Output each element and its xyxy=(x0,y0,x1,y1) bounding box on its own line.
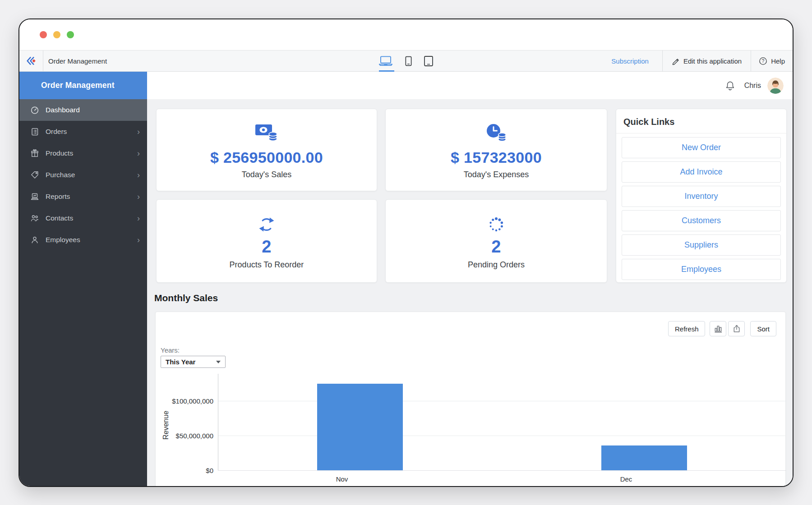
products-to-reorder-value: 2 xyxy=(262,237,271,257)
toolbar-right-actions: Subscription Edit this application ? Hel… xyxy=(598,50,793,71)
x-category-label: Dec xyxy=(608,475,644,483)
pencil-icon xyxy=(672,57,680,65)
chevron-right-icon: › xyxy=(137,128,140,136)
chevron-right-icon: › xyxy=(137,236,140,244)
dashboard-icon xyxy=(30,106,39,115)
todays-sales-label: Today's Sales xyxy=(242,170,292,179)
expense-clock-icon xyxy=(484,121,508,144)
page: { "toolbar": { "app_title": "Order Manag… xyxy=(0,0,812,505)
close-window-button[interactable] xyxy=(40,31,47,38)
sidebar-item-purchase[interactable]: Purchase › xyxy=(19,164,147,186)
sidebar-item-employees[interactable]: Employees › xyxy=(19,229,147,251)
quick-link-new-order[interactable]: New Order xyxy=(622,137,781,158)
sidebar-item-label: Reports xyxy=(46,193,70,201)
todays-expenses-label: Today's Expenses xyxy=(464,170,529,179)
quick-links-panel: Quick Links New Order Add Invoice Invent… xyxy=(616,109,787,283)
sidebar-item-label: Purchase xyxy=(46,171,75,179)
y-tick-label: $100,000,000 xyxy=(159,397,213,405)
avatar-illustration xyxy=(767,78,784,94)
y-axis-line xyxy=(218,374,218,470)
sidebar-app-name: Order Management xyxy=(19,72,147,99)
x-axis-baseline xyxy=(218,470,786,471)
chevron-right-icon: › xyxy=(137,214,140,222)
grid-line xyxy=(218,401,786,401)
chart-plot: $0$50,000,000$100,000,000RevenueNovDec xyxy=(156,312,785,487)
creator-logo-icon xyxy=(25,55,37,67)
mobile-view-icon[interactable] xyxy=(405,55,412,67)
reorder-arrows-icon xyxy=(256,213,277,236)
sidebar-item-contacts[interactable]: Contacts › xyxy=(19,207,147,229)
user-name[interactable]: Chris xyxy=(744,82,761,90)
sidebar-item-reports[interactable]: Reports › xyxy=(19,186,147,207)
edit-application-label: Edit this application xyxy=(683,57,742,65)
products-to-reorder-label: Products To Reorder xyxy=(230,260,304,270)
device-preview-switcher xyxy=(378,50,434,71)
reports-icon xyxy=(30,192,39,201)
pending-orders-card: 2 Pending Orders xyxy=(385,199,607,283)
bar[interactable] xyxy=(317,384,403,470)
quick-link-inventory[interactable]: Inventory xyxy=(622,186,781,207)
sidebar-item-label: Employees xyxy=(46,236,80,244)
window-titlebar xyxy=(19,19,793,50)
pending-orders-label: Pending Orders xyxy=(468,260,525,270)
maximize-window-button[interactable] xyxy=(67,31,74,38)
y-axis-title: Revenue xyxy=(162,411,170,440)
notifications-bell-icon[interactable] xyxy=(725,80,735,91)
app-window: Order Management Subscription xyxy=(18,18,794,487)
minimize-window-button[interactable] xyxy=(53,31,60,38)
todays-sales-card: $ 256950000.00 Today's Sales xyxy=(156,109,377,191)
todays-sales-value: $ 256950000.00 xyxy=(210,149,323,166)
y-tick-label: $0 xyxy=(159,467,213,474)
sidebar-item-label: Products xyxy=(46,149,73,157)
sidebar-item-products[interactable]: Products › xyxy=(19,142,147,164)
sidebar-item-label: Orders xyxy=(46,128,67,136)
money-icon xyxy=(254,121,279,144)
pending-spinner-icon xyxy=(485,213,507,236)
contacts-icon xyxy=(30,214,39,223)
todays-expenses-card: $ 157323000 Today's Expenses xyxy=(385,109,607,191)
quick-link-customers[interactable]: Customers xyxy=(622,210,781,231)
quick-links-list: New Order Add Invoice Inventory Customer… xyxy=(616,133,786,284)
help-label: Help xyxy=(771,57,785,65)
sidebar-item-label: Contacts xyxy=(46,214,73,222)
main-header: Chris xyxy=(147,72,793,99)
sidebar-item-orders[interactable]: Orders › xyxy=(19,121,147,142)
chevron-right-icon: › xyxy=(137,149,140,157)
grid-line xyxy=(218,436,786,436)
quick-links-title: Quick Links xyxy=(616,109,786,133)
monthly-sales-title: Monthly Sales xyxy=(154,293,218,303)
chevron-right-icon: › xyxy=(137,193,140,201)
quick-link-suppliers[interactable]: Suppliers xyxy=(622,234,781,256)
products-icon xyxy=(30,149,39,158)
todays-expenses-value: $ 157323000 xyxy=(451,149,542,166)
user-avatar[interactable] xyxy=(767,78,784,94)
app-title: Order Management xyxy=(43,57,107,65)
employees-icon xyxy=(30,235,39,244)
help-button[interactable]: ? Help xyxy=(751,50,793,71)
svg-text:?: ? xyxy=(762,58,765,64)
monthly-sales-chart-card: Refresh xyxy=(155,312,786,487)
quick-link-add-invoice[interactable]: Add Invoice xyxy=(622,161,781,183)
edit-application-button[interactable]: Edit this application xyxy=(663,50,751,71)
purchase-tag-icon xyxy=(30,170,39,179)
window-body: Order Management Dashboard Orders › xyxy=(19,72,793,487)
tablet-view-icon[interactable] xyxy=(424,55,434,67)
desktop-view-icon[interactable] xyxy=(378,55,393,66)
pending-orders-value: 2 xyxy=(491,237,501,257)
x-category-label: Nov xyxy=(324,475,360,483)
chevron-right-icon: › xyxy=(137,171,140,179)
help-icon: ? xyxy=(759,57,767,65)
sidebar-item-dashboard[interactable]: Dashboard xyxy=(19,99,147,121)
sidebar: Order Management Dashboard Orders › xyxy=(19,72,147,487)
subscription-link[interactable]: Subscription xyxy=(598,50,662,71)
main-content: Chris xyxy=(147,72,793,487)
orders-icon xyxy=(30,127,39,136)
quick-link-employees[interactable]: Employees xyxy=(622,259,781,280)
products-to-reorder-card: 2 Products To Reorder xyxy=(156,199,377,283)
sidebar-item-label: Dashboard xyxy=(46,106,80,114)
creator-logo[interactable] xyxy=(19,50,43,71)
bar[interactable] xyxy=(601,445,687,470)
top-toolbar: Order Management Subscription xyxy=(19,50,793,72)
